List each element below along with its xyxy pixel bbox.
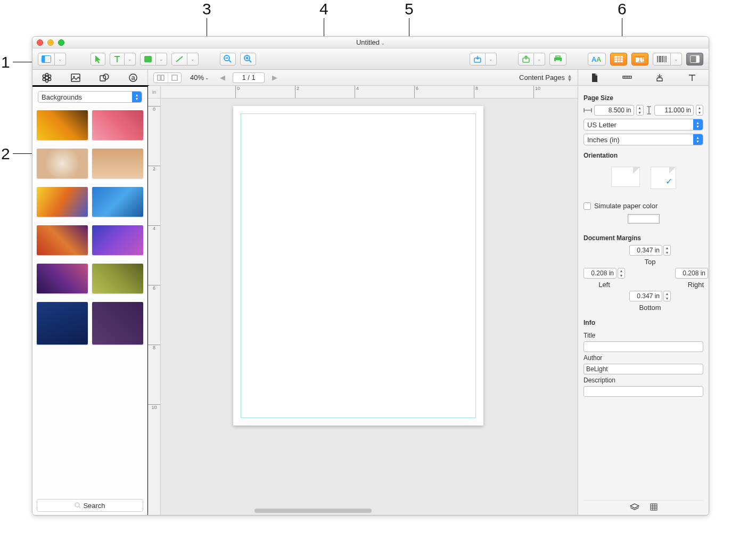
canvas-area[interactable]: in 0246810 0246810 — [148, 86, 578, 515]
background-thumbnail[interactable] — [92, 225, 143, 255]
app-window: Untitled⌄ ⌄ ⌄ ⌄ — [32, 36, 709, 516]
horizontal-ruler: 0246810 — [161, 86, 578, 99]
zoom-out-button[interactable] — [220, 53, 236, 66]
zoom-in-button[interactable] — [240, 53, 256, 66]
import-button[interactable] — [470, 53, 486, 66]
import-menu[interactable]: ⌄ — [486, 53, 497, 66]
shapes-tab[interactable] — [98, 72, 111, 84]
secondary-toolbar: a 40%⌄ ◀ 1 / 1 ▶ Content Pages ▲▼ — [32, 70, 709, 86]
background-thumbnail[interactable] — [37, 149, 88, 178]
barcode-menu[interactable]: ⌄ — [671, 53, 682, 66]
svg-rect-34 — [696, 55, 700, 62]
margin-top-field[interactable]: 0.347 in — [629, 245, 662, 256]
page-width-stepper[interactable] — [636, 105, 644, 116]
callout-1: 1 — [1, 53, 10, 71]
photos-tab[interactable] — [69, 72, 82, 84]
search-icon — [75, 502, 81, 509]
margin-left-stepper[interactable] — [618, 268, 625, 279]
orientation-landscape-button[interactable] — [611, 167, 640, 187]
shape-tool-menu[interactable]: ⌄ — [156, 53, 167, 66]
page-indicator[interactable]: 1 / 1 — [233, 72, 265, 83]
prev-page-button[interactable]: ◀ — [218, 73, 227, 81]
margin-bottom-stepper[interactable] — [663, 291, 671, 301]
background-thumbnail[interactable] — [37, 110, 88, 140]
margin-left-field[interactable]: 0.208 in — [584, 268, 617, 279]
text-tool-menu[interactable]: ⌄ — [125, 53, 136, 66]
text-styles-tab[interactable]: a — [127, 72, 139, 84]
simulate-paper-color-checkbox[interactable] — [584, 202, 591, 210]
svg-text:a: a — [132, 73, 136, 81]
background-thumbnail[interactable] — [92, 302, 143, 345]
grid-tab[interactable] — [650, 503, 658, 512]
info-description-field[interactable] — [584, 386, 703, 397]
line-tool-button[interactable] — [171, 53, 187, 66]
shape-tool-button[interactable] — [140, 53, 156, 66]
unit-dropdown[interactable]: Inches (in) — [584, 134, 703, 145]
svg-point-40 — [43, 78, 45, 80]
background-thumbnail[interactable] — [37, 302, 88, 345]
zoom-dropdown[interactable]: 40%⌄ — [187, 73, 212, 81]
page-height-field[interactable]: 11.000 in — [654, 105, 694, 116]
titlebar: Untitled⌄ — [32, 37, 709, 48]
content-pages-dropdown[interactable]: Content Pages ▲▼ — [519, 73, 572, 81]
geometry-tab[interactable] — [620, 74, 635, 81]
margin-bottom-field[interactable]: 0.347 in — [629, 291, 662, 301]
svg-point-36 — [46, 73, 48, 76]
text-tool-button[interactable] — [110, 53, 125, 66]
callout-5: 5 — [405, 0, 414, 18]
source-category-dropdown[interactable]: Backgrounds — [38, 91, 142, 103]
background-thumbnail[interactable] — [37, 187, 88, 217]
source-search-input[interactable]: Search — [37, 499, 143, 512]
ruler-tick: 4 — [148, 225, 160, 231]
background-thumbnail[interactable] — [92, 187, 143, 217]
info-description-label: Description — [584, 377, 703, 384]
paper-color-swatch[interactable] — [628, 214, 660, 224]
simulate-paper-color-label: Simulate paper color — [594, 202, 658, 210]
page-height-stepper[interactable] — [696, 105, 703, 116]
pointer-tool-button[interactable] — [91, 53, 105, 66]
table-button[interactable] — [610, 53, 627, 66]
share-menu[interactable]: ⌄ — [534, 53, 545, 66]
calendar-button[interactable]: 15 — [631, 53, 648, 66]
page-canvas[interactable] — [233, 106, 483, 426]
background-thumbnail[interactable] — [92, 110, 143, 140]
inspector-bottom-tabs — [584, 500, 703, 515]
page-width-field[interactable]: 8.500 in — [594, 105, 634, 116]
info-author-field[interactable]: BeLight — [584, 364, 703, 374]
svg-point-56 — [75, 503, 79, 507]
inspector-panel: Page Size 8.500 in 11.000 in US Letter I… — [578, 86, 709, 515]
horizontal-scrollbar[interactable] — [254, 509, 372, 513]
document-tab[interactable] — [587, 73, 602, 83]
margin-top-stepper[interactable] — [663, 245, 671, 256]
info-title-field[interactable] — [584, 341, 703, 352]
line-tool-menu[interactable]: ⌄ — [187, 53, 199, 66]
next-page-button[interactable]: ▶ — [270, 73, 280, 81]
background-thumbnail[interactable] — [92, 264, 143, 293]
panels-toggle-button[interactable] — [38, 53, 55, 66]
page-preset-dropdown[interactable]: US Letter — [584, 119, 703, 130]
clipart-tab[interactable] — [40, 72, 53, 84]
callout-3: 3 — [202, 0, 211, 18]
fonts-button[interactable]: AA — [588, 53, 606, 66]
background-thumbnail[interactable] — [37, 225, 88, 255]
svg-line-5 — [229, 60, 231, 62]
orientation-portrait-button[interactable]: ✓ — [651, 167, 676, 189]
barcode-button[interactable] — [653, 53, 671, 66]
appearance-tab[interactable] — [652, 73, 667, 82]
text-tab[interactable] — [685, 74, 700, 81]
info-heading: Info — [584, 319, 703, 326]
inspector-toggle-button[interactable] — [686, 53, 703, 66]
share-button[interactable] — [518, 53, 534, 66]
vertical-ruler: 0246810 — [148, 99, 161, 515]
svg-point-39 — [46, 79, 48, 82]
print-button[interactable] — [549, 53, 566, 66]
margin-right-field[interactable]: 0.208 in — [675, 268, 708, 279]
layers-tab[interactable] — [630, 503, 639, 512]
document-title[interactable]: Untitled⌄ — [32, 38, 709, 46]
view-mode-toggle[interactable] — [153, 72, 182, 83]
svg-rect-18 — [614, 56, 623, 62]
background-thumbnail[interactable] — [37, 264, 88, 293]
background-thumbnail[interactable] — [92, 149, 143, 178]
panels-toggle-menu[interactable]: ⌄ — [55, 53, 66, 66]
ruler-tick: 0 — [235, 86, 240, 98]
